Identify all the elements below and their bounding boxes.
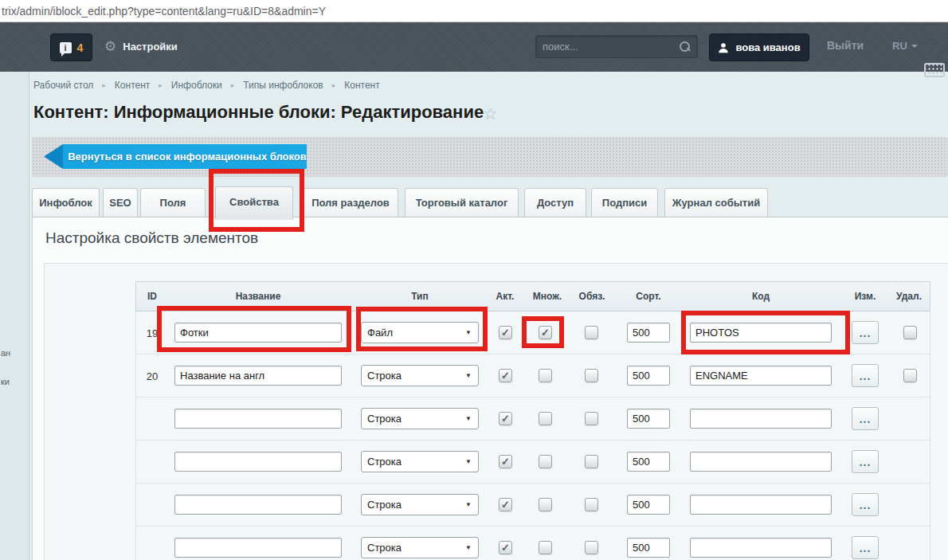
multiple-checkbox[interactable] — [539, 455, 552, 468]
tab-6[interactable]: Доступ — [524, 188, 586, 217]
selected-type-value: Строка — [367, 499, 402, 511]
table-row: Строка ▼ ... — [136, 397, 930, 441]
multiple-checkbox[interactable] — [539, 498, 552, 511]
more-settings-button[interactable]: ... — [852, 450, 879, 473]
active-checkbox[interactable] — [499, 498, 512, 511]
search-input[interactable] — [543, 39, 670, 54]
required-checkbox[interactable] — [585, 455, 598, 468]
user-name: вова иванов — [735, 41, 800, 53]
required-checkbox[interactable] — [585, 412, 598, 425]
active-checkbox[interactable] — [499, 455, 512, 468]
gear-icon: ⚙ — [104, 40, 116, 53]
property-code-input[interactable] — [690, 366, 832, 386]
table-rows: 19 Файл ▼ ... 20 Строка ▼ ... Строка — [135, 311, 930, 560]
tab-properties-active[interactable]: Свойства — [215, 186, 293, 220]
column-header: Акт. — [489, 282, 521, 311]
property-code-input[interactable] — [690, 538, 832, 558]
property-name-input[interactable] — [174, 366, 342, 386]
logout-link[interactable]: Выйти — [827, 39, 864, 52]
menu-item-fragment: ки — [1, 377, 10, 386]
property-type-select[interactable]: Строка ▼ — [361, 408, 479, 429]
breadcrumb-link[interactable]: Типы инфоблоков — [243, 80, 323, 91]
property-type-select[interactable]: Файл ▼ — [361, 322, 479, 343]
property-name-input[interactable] — [174, 409, 342, 429]
breadcrumb-separator-icon: ▸ — [159, 81, 163, 89]
sort-input[interactable] — [627, 409, 670, 429]
language-label: RU — [892, 40, 907, 52]
column-header: Название — [174, 282, 342, 311]
sort-input[interactable] — [627, 452, 670, 472]
active-checkbox[interactable] — [499, 541, 512, 554]
user-profile-button[interactable]: вова иванов — [709, 33, 809, 61]
required-checkbox[interactable] — [585, 498, 598, 511]
favorite-star-icon[interactable]: ☆ — [483, 104, 498, 123]
active-checkbox[interactable] — [499, 326, 512, 339]
breadcrumb-link[interactable]: Инфоблоки — [171, 80, 222, 91]
property-code-input[interactable] — [690, 452, 832, 472]
multiple-checkbox[interactable] — [539, 412, 552, 425]
breadcrumb-separator-icon: ▸ — [332, 81, 336, 89]
property-name-input[interactable] — [174, 495, 342, 515]
more-settings-button[interactable]: ... — [852, 493, 879, 516]
tab-8[interactable]: Журнал событий — [664, 188, 768, 217]
tab-2[interactable]: Поля — [140, 188, 206, 217]
multiple-checkbox[interactable] — [539, 369, 552, 382]
property-code-input[interactable] — [690, 409, 832, 429]
address-bar-input[interactable] — [2, 2, 942, 20]
property-code-input[interactable] — [690, 495, 832, 515]
table-row: Строка ▼ ... — [136, 484, 930, 527]
breadcrumb-link[interactable]: Рабочий стол — [33, 80, 93, 91]
selected-type-value: Строка — [367, 456, 402, 468]
settings-menu-button[interactable]: ⚙ Настройки — [104, 40, 178, 53]
active-checkbox[interactable] — [499, 412, 512, 425]
global-search-box — [535, 35, 698, 58]
property-code-input[interactable] — [690, 323, 832, 343]
keyboard-icon[interactable] — [924, 63, 945, 77]
multiple-checkbox[interactable] — [539, 326, 552, 339]
select-arrow-icon: ▼ — [465, 329, 472, 336]
tab-0[interactable]: Инфоблок — [32, 188, 100, 217]
property-type-select[interactable]: Строка ▼ — [361, 494, 479, 515]
property-type-select[interactable]: Строка ▼ — [361, 365, 479, 386]
breadcrumb-link[interactable]: Контент — [115, 80, 150, 91]
required-checkbox[interactable] — [585, 326, 598, 339]
back-to-list-button[interactable]: Вернуться в список информационных блоков — [44, 144, 307, 169]
sort-input[interactable] — [627, 366, 670, 386]
delete-checkbox[interactable] — [903, 369, 917, 382]
multiple-checkbox[interactable] — [539, 541, 552, 554]
sort-input[interactable] — [627, 323, 670, 343]
sort-input[interactable] — [627, 538, 670, 558]
browser-url-bar — [0, 0, 948, 22]
required-checkbox[interactable] — [585, 369, 598, 382]
tab-5[interactable]: Торговый каталог — [405, 188, 519, 217]
sort-input[interactable] — [627, 495, 670, 515]
more-settings-button[interactable]: ... — [852, 407, 879, 430]
notifications-counter-button[interactable]: i 4 — [50, 33, 92, 61]
breadcrumb-link[interactable]: Контент — [344, 80, 379, 91]
property-name-input[interactable] — [174, 538, 342, 558]
column-header: Обяз. — [574, 282, 609, 311]
property-type-select[interactable]: Строка ▼ — [361, 537, 479, 558]
more-settings-button[interactable]: ... — [852, 536, 879, 559]
table-row: 19 Файл ▼ ... — [136, 311, 930, 354]
tab-4[interactable]: Поля разделов — [303, 188, 398, 217]
more-settings-button[interactable]: ... — [852, 364, 879, 387]
language-switcher[interactable]: RU — [892, 40, 918, 52]
property-name-input[interactable] — [174, 452, 342, 472]
more-settings-button[interactable]: ... — [852, 321, 879, 344]
property-name-input[interactable] — [174, 323, 342, 343]
selected-type-value: Файл — [367, 327, 393, 339]
active-checkbox[interactable] — [499, 369, 512, 382]
tab-1[interactable]: SEO — [103, 188, 138, 217]
delete-checkbox[interactable] — [903, 326, 917, 339]
row-id: 19 — [136, 327, 168, 339]
menu-item-fragment: ан — [1, 348, 10, 358]
breadcrumb-separator-icon: ▸ — [231, 81, 235, 89]
admin-top-navbar: i 4 ⚙ Настройки вова иванов Выйти RU — [0, 22, 948, 72]
search-icon[interactable] — [680, 41, 691, 53]
property-type-select[interactable]: Строка ▼ — [361, 451, 479, 472]
select-arrow-icon: ▼ — [465, 372, 472, 379]
selected-type-value: Строка — [367, 413, 402, 425]
required-checkbox[interactable] — [585, 541, 598, 554]
tab-7[interactable]: Подписи — [591, 188, 658, 217]
